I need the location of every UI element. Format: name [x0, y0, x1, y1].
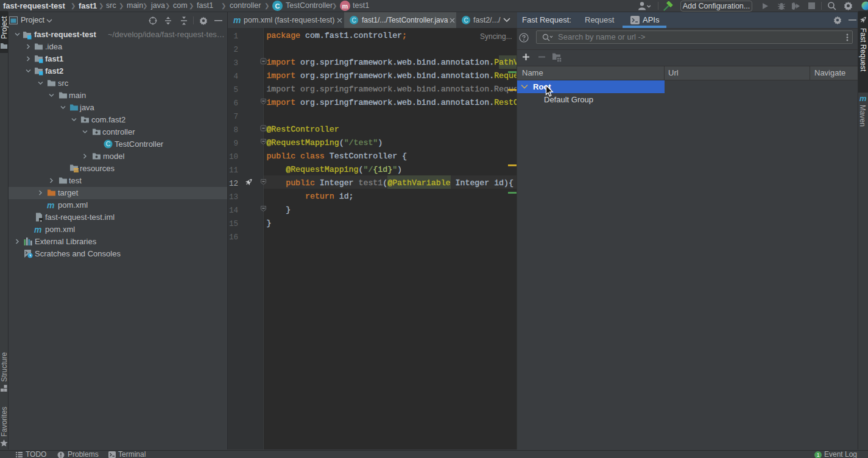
- svg-text:C: C: [464, 17, 468, 24]
- svg-text:C: C: [275, 2, 280, 10]
- svg-text:m: m: [342, 2, 348, 10]
- svg-text:1: 1: [817, 452, 820, 458]
- svg-text:C: C: [106, 140, 111, 147]
- svg-text:C: C: [351, 17, 356, 24]
